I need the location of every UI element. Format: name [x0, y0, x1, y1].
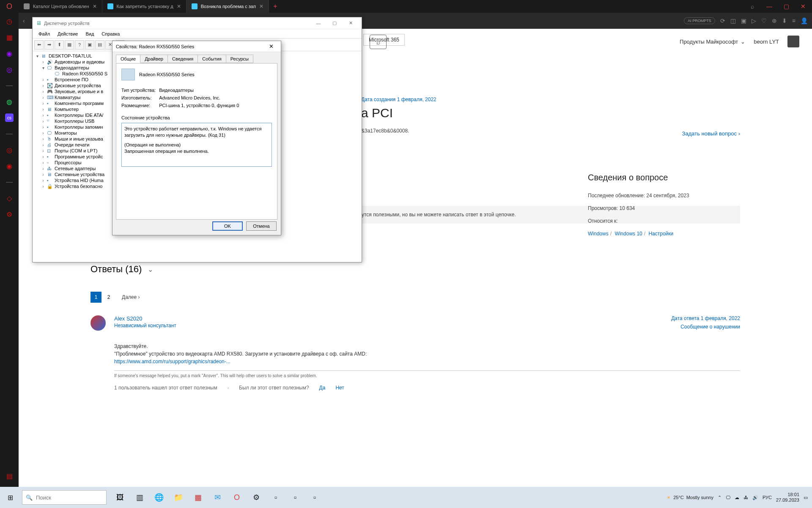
toolbar-button[interactable]: ⬆ — [55, 40, 64, 50]
taskbar-app[interactable]: ▫ — [286, 488, 304, 507]
close-icon[interactable]: ✕ — [259, 3, 263, 9]
avatar[interactable] — [787, 36, 799, 47]
chevron-down-icon[interactable]: ⌄ — [148, 265, 153, 273]
taskbar-app[interactable]: ✉ — [208, 488, 227, 507]
ai-prompts-button[interactable]: AI PROMPTS — [684, 17, 715, 24]
weather-widget[interactable]: ☀ 25°C Mostly sunny — [667, 495, 713, 500]
tab-resources[interactable]: Ресурсы — [226, 55, 253, 63]
toolbar-icon[interactable]: ≡ — [792, 17, 796, 24]
opera-menu-icon[interactable]: O — [0, 0, 19, 13]
sidebar-icon[interactable]: — — [5, 81, 14, 90]
toolbar-icon[interactable]: ⬇ — [782, 17, 787, 24]
next-page[interactable]: Далее › — [122, 294, 140, 300]
sidebar-icon[interactable]: — — [5, 178, 14, 186]
taskbar-app[interactable]: ▫ — [266, 488, 285, 507]
toolbar-button[interactable]: ▣ — [85, 40, 94, 50]
taskbar-clock[interactable]: 18:01 27.09.2023 — [776, 492, 799, 503]
sidebar-icon[interactable]: cs — [5, 113, 14, 122]
toolbar-button[interactable]: ⬅ — [34, 40, 44, 50]
menu-file[interactable]: Файл — [35, 30, 53, 37]
menu-action[interactable]: Действие — [54, 30, 81, 37]
toolbar-icon[interactable]: ♡ — [761, 17, 767, 24]
status-textbox[interactable]: Это устройство работает неправильно, т.к… — [121, 123, 272, 167]
taskbar-search[interactable]: 🔍Поиск — [22, 490, 107, 505]
toolbar-button[interactable]: ➡ — [44, 40, 54, 50]
tray-lang[interactable]: РУС — [763, 495, 772, 500]
close-icon[interactable]: ✕ — [93, 3, 97, 9]
new-question-link[interactable]: Задать новый вопрос › — [682, 130, 740, 137]
close-button[interactable]: ✕ — [265, 43, 277, 50]
taskbar-app[interactable]: ▥ — [130, 488, 149, 507]
sidebar-icon[interactable]: ▤ — [5, 472, 14, 480]
answer-link[interactable]: https://www.amd.com/ru/support/graphics/… — [114, 359, 230, 364]
back-icon[interactable]: ‹ — [23, 17, 25, 24]
category-link[interactable]: Настройки — [648, 231, 673, 237]
ok-button[interactable]: OK — [212, 221, 243, 231]
tray-icon[interactable]: 🔊 — [752, 495, 758, 500]
category-link[interactable]: Windows — [588, 231, 609, 237]
sidebar-icon[interactable]: ◉ — [5, 162, 14, 170]
search-button[interactable]: ⌕ — [370, 35, 387, 49]
new-tab-button[interactable]: + — [269, 3, 282, 10]
taskbar-app[interactable]: ▦ — [189, 488, 207, 507]
tab-general[interactable]: Общие — [116, 55, 140, 63]
answer-report[interactable]: Сообщение о нарушении — [671, 324, 740, 330]
sidebar-icon[interactable]: — — [5, 130, 14, 138]
tab-events[interactable]: События — [198, 55, 226, 63]
toolbar-icon[interactable]: ▣ — [741, 17, 746, 24]
cancel-button[interactable]: Отмена — [246, 221, 277, 231]
sidebar-icon[interactable]: ▦ — [5, 33, 14, 41]
minimize-button[interactable]: — — [311, 19, 326, 28]
search-icon[interactable]: ⌕ — [747, 3, 758, 10]
maximize-icon[interactable]: ▢ — [781, 3, 792, 10]
toolbar-icon[interactable]: 👤 — [801, 17, 808, 24]
taskbar-app[interactable]: 📁 — [169, 488, 188, 507]
category-link[interactable]: Windows 10 — [614, 231, 642, 237]
sidebar-icon[interactable]: ◉ — [5, 49, 14, 58]
taskbar-app[interactable]: ▫ — [305, 488, 324, 507]
helpful-no[interactable]: Нет — [335, 385, 344, 391]
answer-author[interactable]: Alex S2020 — [114, 315, 176, 322]
close-button[interactable]: ✕ — [343, 19, 358, 28]
browser-tab[interactable]: Каталог Центра обновлен✕ — [19, 0, 102, 13]
toolbar-button[interactable]: ▤ — [95, 40, 104, 50]
tray-icon[interactable]: ⌃ — [718, 495, 721, 500]
browser-tab[interactable]: Как запретить установку д✕ — [102, 0, 187, 13]
sidebar-icon[interactable]: ◎ — [5, 146, 14, 154]
taskbar-app[interactable]: 🌐 — [150, 488, 168, 507]
taskbar-app[interactable]: ⚙ — [247, 488, 266, 507]
taskbar-app[interactable]: O — [228, 488, 246, 507]
sidebar-icon[interactable]: ◷ — [5, 17, 14, 25]
tray-icon[interactable]: 🖧 — [743, 495, 748, 500]
helpful-yes[interactable]: Да — [319, 385, 326, 391]
taskbar-app[interactable]: 🖼 — [111, 488, 129, 507]
toolbar-icon[interactable]: ⟳ — [720, 17, 725, 24]
toolbar-icon[interactable]: ▷ — [752, 17, 756, 24]
page-2[interactable]: 2 — [103, 292, 114, 303]
tray-icon[interactable]: 🖵 — [726, 495, 730, 500]
page-1[interactable]: 1 — [91, 292, 102, 303]
user-name[interactable]: beorn LYT — [754, 39, 779, 45]
maximize-button[interactable]: ▢ — [327, 19, 342, 28]
tab-driver[interactable]: Драйвер — [140, 55, 168, 63]
toolbar-button[interactable]: ▦ — [65, 40, 74, 50]
start-button[interactable]: ⊞ — [0, 487, 20, 508]
props-titlebar[interactable]: Свойства: Radeon RX550/550 Series ✕ — [112, 41, 281, 52]
toolbar-button[interactable]: ? — [75, 40, 84, 50]
sidebar-icon[interactable]: ◍ — [5, 97, 14, 106]
close-icon[interactable]: ✕ — [177, 3, 181, 9]
menu-view[interactable]: Вид — [82, 30, 97, 37]
toolbar-icon[interactable]: ◫ — [730, 17, 736, 24]
minimize-icon[interactable]: — — [764, 3, 775, 10]
close-icon[interactable]: ✕ — [798, 3, 809, 10]
products-dropdown[interactable]: Продукты Майкрософт⌄ — [680, 39, 745, 45]
menu-help[interactable]: Справка — [98, 30, 123, 37]
sidebar-icon[interactable]: ◇ — [5, 194, 14, 202]
dm-titlebar[interactable]: 🖥 Диспетчер устройств — ▢ ✕ — [33, 17, 362, 29]
sidebar-icon[interactable]: ⚙ — [5, 210, 14, 218]
avatar[interactable] — [91, 315, 106, 331]
browser-tab[interactable]: Возникла проблема с зап✕ — [187, 0, 269, 13]
toolbar-icon[interactable]: ⊕ — [772, 17, 777, 24]
sidebar-icon[interactable]: ◎ — [5, 65, 14, 74]
tray-icon[interactable]: ☁ — [735, 495, 739, 500]
